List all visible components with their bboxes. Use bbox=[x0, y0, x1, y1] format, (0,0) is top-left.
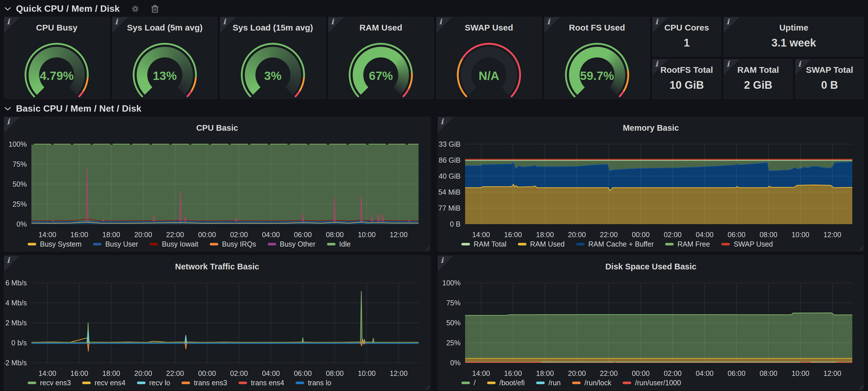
legend-label: trans ens3 bbox=[194, 379, 227, 387]
legend-item-ram-free[interactable]: RAM Free bbox=[665, 240, 710, 248]
svg-text:02:00: 02:00 bbox=[664, 369, 682, 377]
panel-resize-handle[interactable] bbox=[424, 384, 429, 389]
network-traffic-basic-plot-area[interactable]: -2 Mb/s0 b/s2 Mb/s4 Mb/s6 Mb/s14:0016:00… bbox=[4, 256, 430, 390]
legend-label: RAM Used bbox=[530, 240, 565, 248]
stat-panel-rootfs-total: iRootFS Total10 GiB bbox=[652, 59, 721, 99]
info-icon[interactable]: i bbox=[655, 18, 658, 26]
legend-item-ram-cache-buffer[interactable]: RAM Cache + Buffer bbox=[576, 240, 654, 248]
info-icon[interactable]: i bbox=[440, 256, 443, 265]
legend-item-recv-ens4[interactable]: recv ens4 bbox=[82, 379, 125, 387]
info-icon[interactable]: i bbox=[798, 60, 801, 68]
section-title-basic[interactable]: Basic CPU / Mem / Net / Disk bbox=[16, 103, 142, 114]
svg-text:0 B: 0 B bbox=[450, 220, 461, 228]
info-icon[interactable]: i bbox=[331, 18, 334, 26]
gauge-value-text: N/A bbox=[437, 69, 541, 83]
legend-label: RAM Total bbox=[474, 240, 506, 248]
svg-text:10:00: 10:00 bbox=[792, 231, 809, 239]
info-icon[interactable]: i bbox=[547, 18, 550, 26]
legend-item-boot-efi[interactable]: /boot/efi bbox=[487, 379, 525, 387]
info-icon[interactable]: i bbox=[115, 18, 118, 26]
legend-item-[interactable]: / bbox=[461, 379, 476, 387]
memory-basic-plot-area[interactable]: 0 B477 MiB954 MiB1.40 GiB1.86 GiB2.33 Gi… bbox=[438, 117, 864, 251]
info-icon[interactable]: i bbox=[7, 117, 10, 126]
stat-title[interactable]: Uptime bbox=[724, 17, 864, 33]
legend-item-run-user-1000[interactable]: /run/user/1000 bbox=[623, 379, 681, 387]
legend-item-recv-ens3[interactable]: recv ens3 bbox=[28, 379, 71, 387]
legend-swatch-busy-other bbox=[268, 243, 276, 245]
legend-swatch-busy-system bbox=[28, 243, 36, 245]
gauge-title[interactable]: Sys Load (5m avg) bbox=[113, 17, 217, 33]
legend-swatch-idle bbox=[327, 243, 336, 245]
info-icon[interactable]: i bbox=[440, 117, 443, 126]
gauge-title[interactable]: Root FS Used bbox=[545, 17, 649, 33]
chevron-down-icon[interactable] bbox=[4, 5, 11, 12]
legend-label: trans ens4 bbox=[251, 379, 284, 387]
legend-item-idle[interactable]: Idle bbox=[327, 240, 351, 248]
legend-network-traffic-basic: recv ens3recv ens4recv lotrans ens3trans… bbox=[28, 379, 331, 387]
legend-item-trans-lo[interactable]: trans lo bbox=[296, 379, 331, 387]
chevron-down-icon[interactable] bbox=[4, 105, 11, 113]
legend-item-busy-irqs[interactable]: Busy IRQs bbox=[210, 240, 256, 248]
gauge-title[interactable]: RAM Used bbox=[329, 17, 433, 33]
legend-item-swap-used[interactable]: SWAP Used bbox=[721, 240, 773, 248]
legend-item-busy-user[interactable]: Busy User bbox=[93, 240, 138, 248]
section-header-basic: Basic CPU / Mem / Net / Disk bbox=[0, 101, 868, 117]
panel-resize-handle[interactable] bbox=[858, 384, 863, 389]
legend-item-busy-system[interactable]: Busy System bbox=[28, 240, 82, 248]
svg-text:10:00: 10:00 bbox=[358, 231, 376, 239]
info-icon[interactable]: i bbox=[223, 18, 226, 26]
legend-item-ram-total[interactable]: RAM Total bbox=[461, 240, 506, 248]
legend-item-run[interactable]: /run bbox=[536, 379, 561, 387]
disk-space-used-basic-plot-area[interactable]: 0%25%50%75%100%14:0016:0018:0020:0022:00… bbox=[438, 256, 864, 390]
gauge-value-text: 4.79% bbox=[4, 69, 109, 83]
chart-title-cpu-basic[interactable]: CPU Basic bbox=[4, 123, 430, 133]
legend-swatch-swap-used bbox=[721, 243, 730, 245]
legend-item-busy-iowait[interactable]: Busy Iowait bbox=[150, 240, 198, 248]
info-icon[interactable]: i bbox=[7, 256, 10, 265]
legend-item-trans-ens4[interactable]: trans ens4 bbox=[239, 379, 284, 387]
svg-text:50%: 50% bbox=[12, 180, 27, 188]
legend-label: recv ens3 bbox=[40, 379, 71, 387]
info-icon[interactable]: i bbox=[439, 18, 442, 26]
legend-item-trans-ens3[interactable]: trans ens3 bbox=[182, 379, 227, 387]
gauge-title[interactable]: CPU Busy bbox=[4, 17, 109, 33]
legend-item-recv-lo[interactable]: recv lo bbox=[137, 379, 170, 387]
svg-text:06:00: 06:00 bbox=[294, 231, 312, 239]
chart-title-network-traffic-basic[interactable]: Network Traffic Basic bbox=[4, 262, 430, 271]
stat-row-1: iCPU Cores1iUptime3.1 week bbox=[652, 17, 864, 57]
info-icon[interactable]: i bbox=[726, 60, 729, 68]
trash-icon[interactable] bbox=[151, 4, 159, 13]
gauge-title[interactable]: SWAP Used bbox=[437, 17, 541, 33]
panel-resize-handle[interactable] bbox=[858, 245, 863, 250]
svg-text:20:00: 20:00 bbox=[134, 231, 152, 239]
chart-title-disk-space-used-basic[interactable]: Disk Space Used Basic bbox=[438, 262, 864, 271]
svg-text:954 MiB: 954 MiB bbox=[438, 188, 461, 196]
svg-text:16:00: 16:00 bbox=[504, 369, 522, 377]
chart-title-memory-basic[interactable]: Memory Basic bbox=[438, 123, 864, 133]
gear-icon[interactable] bbox=[131, 4, 140, 13]
gauge-value-text: 59.7% bbox=[545, 69, 649, 83]
info-icon[interactable]: i bbox=[7, 18, 10, 26]
legend-label: Idle bbox=[339, 240, 351, 248]
gauge-cpu-busy bbox=[25, 43, 89, 94]
info-icon[interactable]: i bbox=[726, 18, 729, 26]
panel-resize-handle[interactable] bbox=[424, 245, 429, 250]
legend-label: /run/lock bbox=[584, 379, 611, 387]
legend-label: RAM Free bbox=[677, 240, 710, 248]
legend-label: /run/user/1000 bbox=[635, 379, 681, 387]
cpu-basic-plot-area[interactable]: 0%25%50%75%100%14:0016:0018:0020:0022:00… bbox=[4, 117, 430, 251]
svg-text:16:00: 16:00 bbox=[70, 369, 89, 377]
info-icon[interactable]: i bbox=[655, 60, 658, 68]
legend-item-busy-other[interactable]: Busy Other bbox=[268, 240, 316, 248]
section-title-quick[interactable]: Quick CPU / Mem / Disk bbox=[16, 3, 120, 14]
legend-swatch-ram-free bbox=[665, 243, 674, 245]
legend-item-ram-used[interactable]: RAM Used bbox=[518, 240, 565, 248]
svg-text:02:00: 02:00 bbox=[230, 231, 248, 239]
svg-text:4 Mb/s: 4 Mb/s bbox=[5, 299, 27, 307]
gauge-panel-sys-load-15m-avg: iSys Load (15m avg)3% bbox=[220, 17, 326, 99]
gauge-title[interactable]: Sys Load (15m avg) bbox=[220, 17, 325, 33]
svg-text:22:00: 22:00 bbox=[166, 369, 184, 377]
legend-item-run-lock[interactable]: /run/lock bbox=[572, 379, 611, 387]
svg-text:25%: 25% bbox=[12, 200, 27, 208]
svg-text:06:00: 06:00 bbox=[294, 369, 312, 377]
